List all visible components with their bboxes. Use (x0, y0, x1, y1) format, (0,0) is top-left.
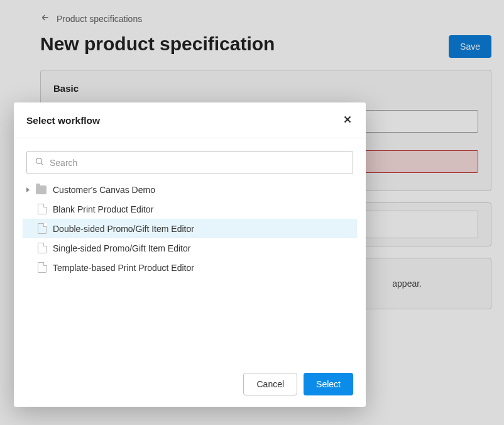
close-icon (342, 114, 353, 128)
chevron-right-icon (26, 187, 30, 192)
search-input[interactable] (50, 158, 345, 168)
select-button[interactable]: Select (304, 373, 353, 395)
modal-body: Customer's Canvas Demo Blank Print Produ… (14, 138, 366, 364)
tree-item-label: Double-sided Promo/Gift Item Editor (53, 224, 194, 234)
search-box[interactable] (26, 151, 353, 174)
tree-item[interactable]: Template-based Print Product Editor (23, 258, 357, 277)
folder-icon (36, 185, 47, 194)
svg-point-0 (36, 158, 42, 164)
tree-item[interactable]: Blank Print Product Editor (23, 199, 357, 219)
tree-item[interactable]: Double-sided Promo/Gift Item Editor (23, 219, 357, 238)
folder-label: Customer's Canvas Demo (53, 185, 155, 195)
file-icon (38, 204, 47, 214)
modal-header: Select workflow (14, 102, 366, 138)
tree-item-label: Template-based Print Product Editor (53, 263, 194, 273)
modal-footer: Cancel Select (14, 364, 366, 407)
tree-folder[interactable]: Customer's Canvas Demo (23, 180, 357, 199)
file-icon (38, 262, 47, 273)
tree-item-label: Blank Print Product Editor (53, 204, 153, 214)
workflow-tree: Customer's Canvas Demo Blank Print Produ… (14, 179, 366, 277)
tree-item[interactable]: Single-sided Promo/Gift Item Editor (23, 238, 357, 258)
file-icon (38, 243, 47, 253)
search-icon (35, 157, 44, 168)
file-icon (38, 223, 47, 234)
modal-title: Select workflow (26, 115, 100, 126)
cancel-button[interactable]: Cancel (243, 373, 297, 395)
select-workflow-modal: Select workflow Customer's Can (14, 102, 366, 407)
close-button[interactable] (342, 114, 353, 128)
tree-item-label: Single-sided Promo/Gift Item Editor (53, 243, 190, 253)
